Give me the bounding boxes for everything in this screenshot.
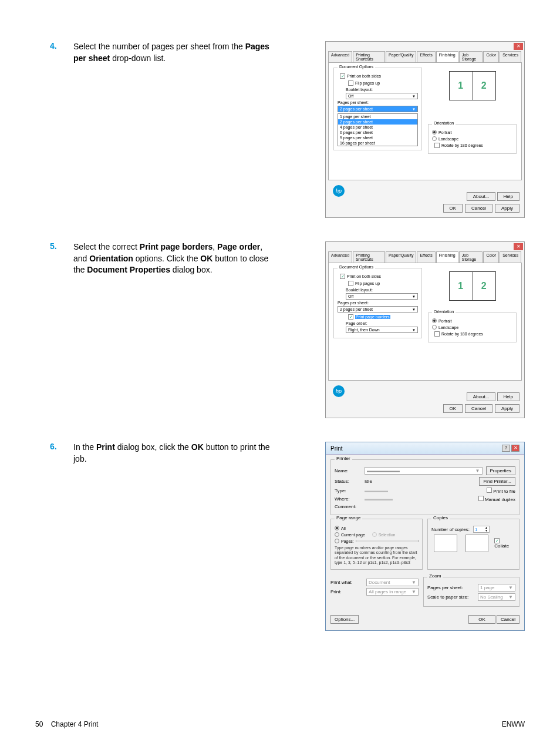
radio-portrait[interactable] (432, 130, 437, 135)
about-button[interactable]: About... (467, 192, 496, 201)
label: Landscape (438, 325, 458, 330)
apply-button[interactable]: Apply (495, 404, 519, 413)
group-title: Document Options (338, 265, 375, 269)
tab-finishing[interactable]: Finishing (436, 51, 458, 62)
close-icon[interactable]: ✕ (514, 243, 523, 250)
checkbox-collate[interactable]: ✓ (494, 538, 500, 543)
label: Type: (335, 488, 361, 493)
radio-landscape[interactable] (432, 136, 437, 141)
pages-input[interactable] (356, 540, 419, 542)
preview-page: 1 (450, 72, 473, 100)
label: Pages per sheet: (338, 100, 418, 105)
dropdown-option[interactable]: 9 pages per sheet (338, 135, 417, 140)
tab-color[interactable]: Color (483, 251, 499, 263)
ok-button[interactable]: OK (443, 404, 463, 413)
ok-button[interactable]: OK (443, 204, 463, 213)
tab-services[interactable]: Services (500, 251, 521, 263)
booklet-dropdown[interactable]: Off▼ (346, 293, 418, 300)
chevron-down-icon: ▼ (412, 308, 416, 311)
tab-effects[interactable]: Effects (417, 51, 435, 62)
label: Manual duplex (485, 497, 515, 502)
copies-spinner[interactable]: 1▲▼ (473, 526, 490, 533)
pages-per-sheet-dropdown[interactable]: 2 pages per sheet▼ (338, 306, 418, 312)
page-order-dropdown[interactable]: Right, then Down▼ (346, 327, 418, 333)
hp-logo-icon: hp (333, 385, 345, 397)
printer-name-dropdown[interactable]: ▬▬▬▬▬▬▬ ▼ (365, 467, 483, 475)
tab-shortcuts[interactable]: Printing Shortcuts (353, 51, 385, 62)
properties-button[interactable]: Properties (486, 466, 515, 475)
cancel-button[interactable]: Cancel (465, 204, 492, 213)
radio-landscape[interactable] (432, 325, 437, 330)
checkbox-print-both-sides[interactable]: ✓ (340, 73, 345, 79)
tab-finishing[interactable]: Finishing (436, 251, 458, 263)
dropdown-option[interactable]: 6 pages per sheet (338, 130, 417, 135)
booklet-dropdown[interactable]: Off▼ (346, 93, 418, 99)
printer-group: Printer Name: ▬▬▬▬▬▬▬ ▼ Properties Statu… (330, 459, 519, 515)
close-icon[interactable]: ✕ (511, 445, 519, 452)
zoom-group: Zoom Pages per sheet:1 page▼ Scale to pa… (423, 577, 519, 607)
preview-page: 2 (473, 272, 495, 300)
checkbox-flip[interactable] (348, 80, 353, 86)
find-printer-button[interactable]: Find Printer... (479, 477, 515, 486)
label: Scale to paper size: (427, 594, 474, 600)
close-icon[interactable]: ✕ (514, 43, 523, 50)
tab-services[interactable]: Services (500, 51, 521, 62)
pages-per-sheet-dropdown[interactable]: 2 pages per sheet▼ (338, 106, 418, 112)
checkbox-rotate[interactable] (434, 143, 440, 148)
dropdown-option[interactable]: 16 pages per sheet (338, 140, 417, 146)
step-number: 5. (50, 241, 62, 418)
tab-effects[interactable]: Effects (417, 251, 435, 263)
cancel-button[interactable]: Cancel (497, 615, 519, 624)
radio-portrait[interactable] (432, 318, 437, 323)
apply-button[interactable]: Apply (495, 204, 519, 213)
tab-paper[interactable]: Paper/Quality (386, 251, 416, 263)
print-what-dropdown[interactable]: Document▼ (366, 579, 419, 586)
group-title: Document Options (338, 65, 375, 69)
help-button[interactable]: Help (497, 192, 519, 201)
checkbox-print-to-file[interactable] (487, 488, 492, 493)
options-button[interactable]: Options... (330, 615, 359, 624)
step-text: Select the correct Print page borders, P… (73, 241, 273, 418)
chevron-down-icon: ▼ (508, 585, 513, 590)
page-range-group: Page range All Current page Selection Pa… (330, 519, 423, 570)
tab-shortcuts[interactable]: Printing Shortcuts (353, 251, 385, 263)
checkbox-rotate[interactable] (434, 331, 440, 337)
help-button[interactable]: Help (497, 392, 519, 401)
tab-advanced[interactable]: Advanced (328, 251, 352, 263)
cancel-button[interactable]: Cancel (465, 404, 492, 413)
chevron-down-icon: ▼ (412, 328, 416, 332)
scale-dropdown[interactable]: No Scaling▼ (478, 593, 515, 601)
label: Selection (379, 533, 396, 537)
checkbox-manual-duplex[interactable] (478, 496, 484, 501)
dialog-title: Print (330, 445, 343, 452)
label: All (341, 526, 346, 530)
radio-all[interactable] (335, 526, 339, 530)
radio-current[interactable] (335, 532, 339, 537)
dropdown-option[interactable]: 2 pages per sheet (338, 119, 417, 125)
zoom-pps-dropdown[interactable]: 1 page▼ (478, 584, 515, 592)
label: Pages: (341, 539, 354, 543)
print-dropdown[interactable]: All pages in range▼ (366, 588, 419, 596)
about-button[interactable]: About... (467, 392, 496, 401)
hp-logo-icon: hp (333, 185, 345, 197)
checkbox-borders[interactable]: ✓ (348, 314, 353, 320)
tab-advanced[interactable]: Advanced (328, 51, 352, 62)
checkbox-print-both-sides[interactable]: ✓ (340, 274, 345, 279)
step-text: In the Print dialog box, click the OK bu… (73, 442, 273, 631)
title-bar: Print ? ✕ (326, 442, 524, 455)
help-icon[interactable]: ? (502, 445, 510, 452)
dropdown-option[interactable]: 4 pages per sheet (338, 125, 417, 130)
tab-paper[interactable]: Paper/Quality (386, 51, 416, 62)
label: Booklet layout: (346, 88, 418, 92)
tab-jobstorage[interactable]: Job Storage (459, 251, 483, 263)
label: Print on both sides (347, 274, 381, 278)
chevron-down-icon[interactable]: ▼ (485, 529, 488, 532)
checkbox-flip[interactable] (348, 281, 353, 286)
tab-color[interactable]: Color (483, 51, 499, 62)
dropdown-option[interactable]: 1 page per sheet (338, 114, 417, 119)
ok-button[interactable]: OK (468, 615, 495, 624)
radio-pages[interactable] (335, 539, 339, 543)
label: Rotate by 180 degrees (441, 143, 483, 147)
dropdown-list: 1 page per sheet 2 pages per sheet 4 pag… (338, 113, 418, 146)
tab-jobstorage[interactable]: Job Storage (459, 51, 483, 62)
